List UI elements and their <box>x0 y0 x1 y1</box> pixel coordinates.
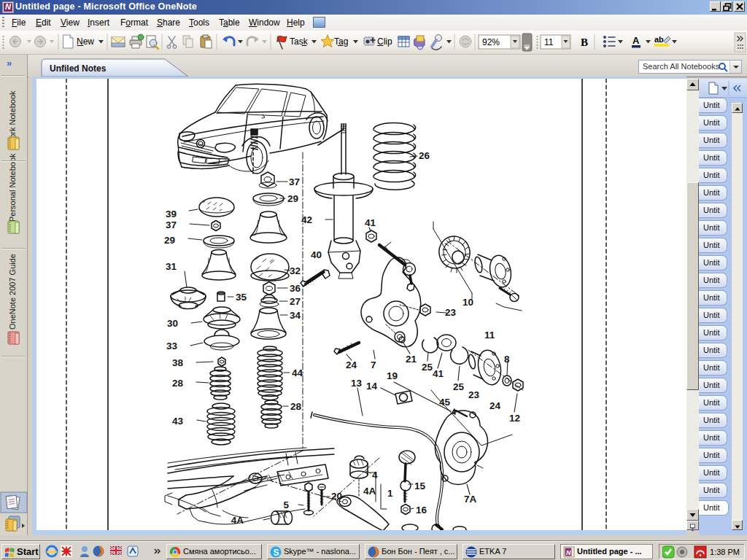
svg-text:Task: Task <box>290 36 309 47</box>
svg-text:New: New <box>77 36 94 47</box>
svg-text:A: A <box>632 35 640 46</box>
svg-text:S: S <box>274 548 279 558</box>
svg-text:ab: ab <box>654 35 664 44</box>
svg-text:20: 20 <box>331 491 342 502</box>
svg-text:32: 32 <box>290 265 301 276</box>
svg-text:7A: 7A <box>464 494 477 505</box>
svg-text:26: 26 <box>419 150 430 161</box>
svg-text:10: 10 <box>462 297 473 308</box>
svg-text:38: 38 <box>172 357 184 368</box>
svg-text:25: 25 <box>422 362 433 373</box>
svg-text:28: 28 <box>290 401 302 412</box>
svg-text:34: 34 <box>290 310 301 321</box>
svg-text:11: 11 <box>484 330 495 341</box>
svg-text:19: 19 <box>387 370 398 381</box>
svg-text:13: 13 <box>351 378 363 389</box>
svg-text:23: 23 <box>468 389 480 400</box>
svg-text:35: 35 <box>236 292 247 303</box>
svg-text:Clip: Clip <box>377 36 392 47</box>
svg-text:5: 5 <box>283 499 289 510</box>
svg-text:1: 1 <box>387 488 393 499</box>
svg-text:Tag: Tag <box>334 36 348 47</box>
svg-text:29: 29 <box>164 235 175 246</box>
svg-text:4: 4 <box>372 470 378 481</box>
svg-text:4A: 4A <box>363 486 376 497</box>
svg-text:15: 15 <box>414 481 426 491</box>
svg-text:4A: 4A <box>231 515 244 526</box>
svg-text:11: 11 <box>544 37 554 47</box>
svg-text:27: 27 <box>290 296 301 307</box>
svg-text:Unfiled Notes: Unfiled Notes <box>50 63 107 74</box>
svg-text:7: 7 <box>371 359 376 370</box>
svg-text:37: 37 <box>289 176 300 187</box>
svg-text:41: 41 <box>433 368 444 379</box>
svg-text:40: 40 <box>311 249 322 260</box>
svg-text:12: 12 <box>509 413 520 424</box>
svg-text:16: 16 <box>416 505 427 516</box>
svg-text:24: 24 <box>346 359 357 370</box>
svg-text:36: 36 <box>290 283 301 294</box>
svg-text:8: 8 <box>504 354 510 365</box>
svg-text:30: 30 <box>167 318 178 329</box>
svg-text:39: 39 <box>166 209 177 219</box>
svg-text:92%: 92% <box>482 37 500 47</box>
svg-text:41: 41 <box>365 217 376 228</box>
svg-text:24: 24 <box>489 400 501 411</box>
svg-text:21: 21 <box>406 354 417 365</box>
svg-text:37: 37 <box>166 219 177 230</box>
svg-text:45: 45 <box>439 397 451 408</box>
svg-text:31: 31 <box>166 261 177 272</box>
svg-text:42: 42 <box>301 214 312 225</box>
svg-text:28: 28 <box>172 378 184 389</box>
svg-text:N: N <box>566 549 571 556</box>
svg-text:23: 23 <box>445 307 457 318</box>
svg-text:44: 44 <box>292 368 303 378</box>
svg-text:33: 33 <box>166 341 178 351</box>
svg-text:25: 25 <box>453 381 465 392</box>
svg-text:B: B <box>581 36 588 48</box>
svg-text:43: 43 <box>172 416 184 427</box>
svg-text:29: 29 <box>287 193 298 204</box>
svg-text:14: 14 <box>366 381 378 392</box>
